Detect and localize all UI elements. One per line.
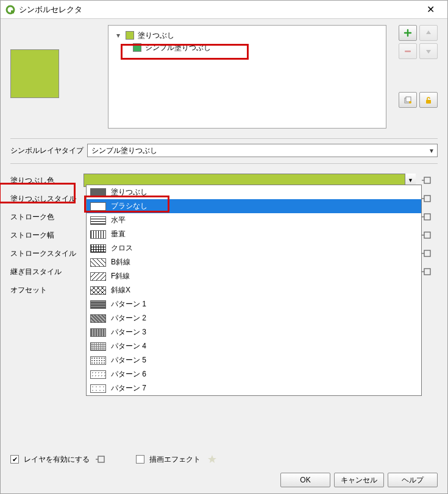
svg-rect-2 — [405, 51, 411, 52]
duplicate-layer-button[interactable] — [399, 92, 417, 108]
qgis-icon — [5, 5, 15, 15]
svg-rect-11 — [424, 250, 430, 256]
fill-style-option[interactable]: 垂直 — [87, 227, 421, 241]
fill-style-option-label: パターン 5 — [111, 355, 146, 365]
svg-rect-7 — [424, 177, 430, 183]
fill-style-option-label: パターン 7 — [111, 383, 146, 393]
fill-style-option[interactable]: パターン 4 — [87, 339, 421, 353]
fill-style-option[interactable]: 水平 — [87, 213, 421, 227]
pattern-swatch-icon — [90, 202, 106, 211]
remove-layer-button[interactable] — [399, 43, 417, 59]
fill-style-option[interactable]: クロス — [87, 241, 421, 255]
tree-root-row[interactable]: ▾ 塗りつぶし — [112, 29, 382, 41]
fill-style-option[interactable]: パターン 5 — [87, 353, 421, 367]
pattern-swatch-icon — [90, 300, 106, 309]
fill-style-option-label: パターン 3 — [111, 327, 146, 337]
pattern-swatch-icon — [90, 342, 106, 351]
fill-style-option[interactable]: B斜線 — [87, 255, 421, 269]
dialog-buttons: OK キャンセル ヘルプ — [280, 473, 438, 487]
fill-style-option-label: 塗りつぶし — [111, 187, 148, 197]
lock-layer-button[interactable] — [419, 92, 438, 108]
svg-rect-6 — [426, 100, 431, 104]
chevron-down-icon: ▼ — [428, 147, 435, 154]
fill-style-option[interactable]: パターン 1 — [87, 297, 421, 311]
symbol-layer-type-label: シンボルレイヤタイプ — [10, 146, 84, 156]
fill-style-option-label: パターン 6 — [111, 369, 146, 379]
svg-rect-12 — [424, 269, 430, 275]
symbol-layer-type-value: シンプル塗りつぶし — [91, 146, 157, 156]
svg-rect-13 — [98, 456, 104, 462]
pattern-swatch-icon — [90, 356, 106, 365]
cancel-button[interactable]: キャンセル — [334, 473, 384, 487]
divider — [10, 163, 438, 164]
fill-style-option-label: パターン 1 — [111, 299, 146, 309]
fill-style-label: 塗りつぶしスタイル — [10, 194, 84, 204]
tree-child-label: シンプル塗りつぶし — [145, 43, 211, 53]
svg-rect-1 — [11, 10, 14, 13]
fill-style-option-label: F斜線 — [111, 271, 130, 281]
fill-style-option[interactable]: 塗りつぶし — [87, 185, 421, 199]
svg-rect-4 — [406, 97, 411, 102]
fill-style-option-label: 水平 — [111, 215, 126, 225]
draw-effects-label: 描画エフェクト — [149, 454, 201, 465]
symbol-layer-type-select[interactable]: シンプル塗りつぶし ▼ — [87, 144, 438, 157]
fill-style-option-label: B斜線 — [111, 257, 130, 267]
fill-style-option-label: パターン 2 — [111, 313, 146, 323]
svg-marker-14 — [208, 455, 216, 463]
fill-style-option[interactable]: パターン 2 — [87, 311, 421, 325]
data-defined-override-button[interactable] — [94, 453, 108, 465]
symbol-layer-tree[interactable]: ▾ 塗りつぶし シンプル塗りつぶし — [108, 25, 386, 129]
fill-style-option[interactable]: パターン 3 — [87, 325, 421, 339]
titlebar: シンボルセレクタ ✕ — [1, 1, 447, 19]
fill-style-option[interactable]: 斜線X — [87, 283, 421, 297]
stroke-style-label: ストロークスタイル — [10, 249, 84, 259]
pattern-swatch-icon — [90, 370, 106, 379]
pattern-swatch-icon — [90, 216, 106, 225]
svg-point-5 — [409, 101, 411, 104]
svg-rect-10 — [424, 232, 430, 238]
move-up-button[interactable] — [419, 25, 438, 41]
pattern-swatch-icon — [90, 286, 106, 295]
tree-child-row[interactable]: シンプル塗りつぶし — [112, 41, 382, 54]
fill-style-option[interactable]: パターン 7 — [87, 381, 421, 395]
fill-style-option[interactable]: F斜線 — [87, 269, 421, 283]
move-down-button[interactable] — [419, 43, 438, 59]
effects-settings-button[interactable] — [205, 453, 219, 465]
pattern-swatch-icon — [90, 328, 106, 337]
svg-rect-9 — [424, 214, 430, 220]
tree-toolbar — [399, 25, 438, 129]
fill-style-option-label: 垂直 — [111, 229, 126, 239]
fill-swatch-icon — [133, 43, 141, 52]
close-button[interactable]: ✕ — [418, 1, 443, 19]
divider — [10, 138, 438, 139]
fill-color-label: 塗りつぶし色 — [10, 175, 84, 186]
fill-style-dropdown[interactable]: 塗りつぶしブラシなし水平垂直クロスB斜線F斜線斜線Xパターン 1パターン 2パタ… — [86, 185, 422, 396]
fill-style-option[interactable]: パターン 6 — [87, 367, 421, 381]
pattern-swatch-icon — [90, 244, 106, 253]
enable-layer-checkbox[interactable]: ✔ — [10, 455, 19, 464]
add-layer-button[interactable] — [399, 25, 417, 41]
fill-style-option-label: パターン 4 — [111, 341, 146, 351]
symbol-properties-form: 塗りつぶし色 ▼ 塗りつぶしスタイル ストローク色 — [1, 166, 447, 299]
fill-style-option[interactable]: ブラシなし — [87, 199, 421, 213]
draw-effects-checkbox[interactable]: ✔ — [136, 455, 144, 464]
offset-label: オフセット — [10, 285, 84, 295]
pattern-swatch-icon — [90, 258, 106, 267]
symbol-layer-type-row: シンボルレイヤタイプ シンプル塗りつぶし ▼ — [1, 141, 447, 160]
pattern-swatch-icon — [90, 230, 106, 239]
stroke-width-label: ストローク幅 — [10, 230, 84, 241]
expand-collapse-icon[interactable]: ▾ — [115, 31, 122, 40]
pattern-swatch-icon — [90, 314, 106, 323]
help-button[interactable]: ヘルプ — [388, 473, 438, 487]
ok-button[interactable]: OK — [280, 473, 330, 487]
symbol-preview — [10, 49, 59, 98]
fill-style-option-label: クロス — [111, 243, 133, 253]
fill-style-option-label: 斜線X — [111, 285, 130, 295]
stroke-color-label: ストローク色 — [10, 212, 84, 222]
svg-rect-8 — [424, 196, 430, 202]
preview-column — [10, 25, 96, 129]
fill-style-option-label: ブラシなし — [111, 201, 148, 211]
join-style-label: 継ぎ目スタイル — [10, 267, 84, 277]
fill-swatch-icon — [126, 31, 134, 40]
upper-pane: ▾ 塗りつぶし シンプル塗りつぶし — [1, 19, 447, 135]
